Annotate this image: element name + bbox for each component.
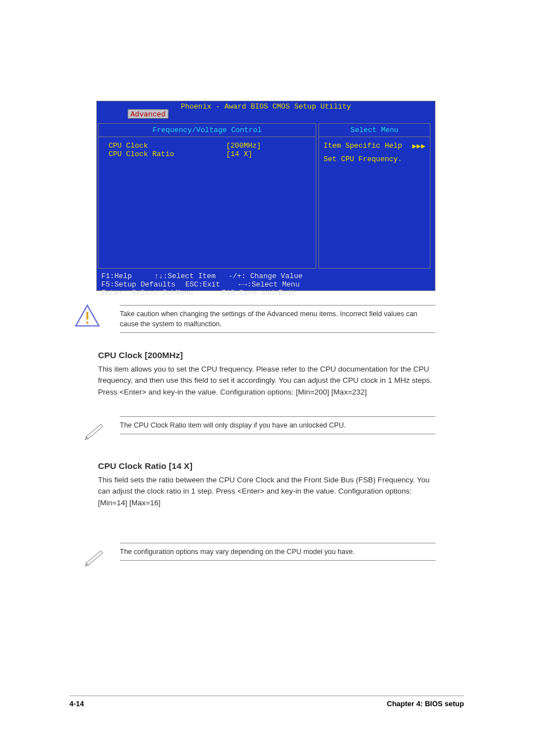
heading-cpu-clock: CPU Clock [200MHz] <box>98 350 183 360</box>
left-pane-header: Frequency/Voltage Control <box>99 124 316 137</box>
item-label: CPU Clock Ratio <box>109 150 226 158</box>
paragraph-cpu-clock: This item allows you to set the CPU freq… <box>98 364 437 398</box>
right-pane: Select Menu Item Specific Help ▶▶▶ Set C… <box>318 123 430 269</box>
paragraph-cpu-clock-ratio: This field sets the ratio between the CP… <box>98 475 437 509</box>
page-number: 4-14 <box>69 699 84 708</box>
key-f10: F10:Save and Exit <box>222 289 306 297</box>
note-cpu-clock: The CPU Clock Ratio item will only displ… <box>120 416 435 434</box>
bios-footer: F1:Help ↑↓:Select Item -/+: Change Value… <box>97 270 435 299</box>
page-footer: 4-14 Chapter 4: BIOS setup <box>69 696 464 708</box>
help-body: Set CPU Frequency. <box>324 155 425 163</box>
right-pane-body: Item Specific Help ▶▶▶ Set CPU Frequency… <box>319 137 430 168</box>
note-cpu-clock-ratio: The configuration options may vary depen… <box>120 543 435 561</box>
caution-note: Take caution when changing the settings … <box>120 305 435 333</box>
heading-cpu-clock-ratio: CPU Clock Ratio [14 X] <box>98 461 193 471</box>
pencil-note-icon <box>84 547 106 566</box>
caution-icon <box>74 304 100 327</box>
svg-point-2 <box>86 322 88 324</box>
bios-tabs: Advanced <box>97 111 435 122</box>
item-label: CPU Clock <box>109 142 226 150</box>
item-row-cpu-clock[interactable]: CPU Clock [200MHz] <box>109 142 306 150</box>
left-pane-body: CPU Clock [200MHz] CPU Clock Ratio [14 X… <box>99 137 316 163</box>
item-value: [14 X] <box>226 150 293 158</box>
tab-advanced[interactable]: Advanced <box>128 109 168 119</box>
left-pane: Frequency/Voltage Control CPU Clock [200… <box>98 123 316 269</box>
bios-screenshot: Phoenix - Award BIOS CMOS Setup Utility … <box>96 101 435 291</box>
item-value: [200MHz] <box>226 142 293 150</box>
key-updown: ↑↓:Select Item <box>154 272 228 280</box>
key-leftright: ←→:Select Menu <box>238 280 312 289</box>
key-f5: F5:Setup Defaults <box>101 280 185 289</box>
key-enter: Enter: Select SubMenu <box>101 289 222 297</box>
key-f1: F1:Help <box>101 272 154 280</box>
help-title: Item Specific Help <box>324 142 402 151</box>
right-pane-header: Select Menu <box>319 124 430 137</box>
item-row-cpu-clock-ratio[interactable]: CPU Clock Ratio [14 X] <box>109 150 306 158</box>
arrows-icon: ▶▶▶ <box>413 142 425 151</box>
key-plusminus: -/+: Change Value <box>228 272 349 280</box>
pencil-note-icon <box>84 421 106 440</box>
chapter-title: Chapter 4: BIOS setup <box>387 699 464 708</box>
bios-main: Frequency/Voltage Control CPU Clock [200… <box>97 122 435 270</box>
key-esc: ESC:Exit <box>185 280 238 289</box>
